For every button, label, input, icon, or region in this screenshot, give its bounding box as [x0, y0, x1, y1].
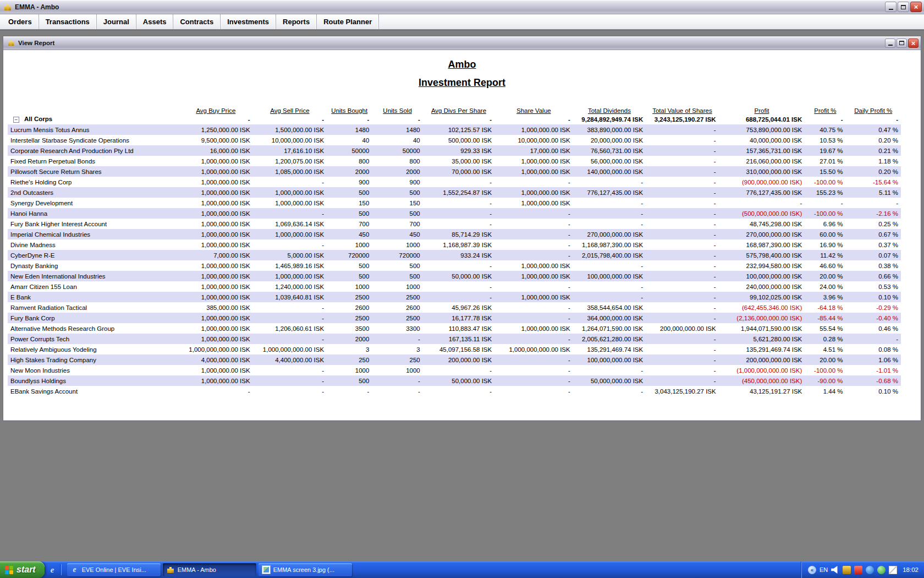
cell-value: -	[253, 365, 327, 375]
menu-item-journal[interactable]: Journal	[97, 14, 136, 29]
cell-value: -	[573, 292, 646, 302]
column-header-share-value[interactable]: Share Value	[494, 103, 573, 114]
cell-value: 2,015,798,400.00 ISK	[573, 250, 646, 260]
mail-icon[interactable]	[889, 566, 897, 574]
report-close-button[interactable]: ×	[908, 39, 919, 48]
cell-value: 0.10 %	[846, 292, 901, 302]
cell-value: -	[646, 229, 718, 239]
cell-value: 1,000,000.00 ISK	[179, 271, 252, 281]
cell-value: 168,987,390.00 ISK	[719, 239, 805, 250]
cell-value: -	[646, 208, 718, 219]
menu-item-orders[interactable]: Orders	[2, 14, 39, 29]
cell-value: -	[646, 166, 718, 177]
cell-value: 167,135.11 ISK	[423, 334, 494, 344]
cell-value: -	[494, 177, 573, 187]
cell-value: 40	[327, 135, 372, 145]
update-icon[interactable]	[866, 566, 874, 574]
emma-tray-icon[interactable]	[843, 566, 851, 574]
cell-value: -	[646, 187, 718, 198]
minimize-button[interactable]	[885, 2, 897, 12]
column-header-avg-divs-per-share[interactable]: Avg Divs Per Share	[423, 103, 494, 114]
language-indicator[interactable]: EN	[820, 566, 828, 573]
image-icon	[262, 565, 271, 574]
cell-value: 0.07 %	[846, 250, 901, 260]
cell-value: 2000	[327, 334, 372, 344]
task-button-emma-ambo[interactable]: EMMA - Ambo	[163, 563, 256, 576]
corp-name: −All Corps	[8, 114, 179, 124]
cell-value: -	[719, 198, 805, 208]
cell-value: 55.54 %	[805, 323, 845, 334]
cell-value: 500	[327, 375, 372, 386]
menu-item-reports[interactable]: Reports	[276, 14, 317, 29]
close-button[interactable]: ×	[910, 2, 922, 12]
table-row: Amarr Citizen 155 Loan1,000,000.00 ISK1,…	[8, 281, 901, 292]
cell-value: 4,000,000.00 ISK	[179, 355, 252, 365]
emma-app-icon	[3, 3, 12, 12]
cell-value: 43,125,191.27 ISK	[719, 386, 805, 396]
column-header-total-dividends[interactable]: Total Dividends	[573, 103, 646, 114]
column-header-avg-sell-price[interactable]: Avg Sell Price	[253, 103, 327, 114]
menu-item-contracts[interactable]: Contracts	[173, 14, 221, 29]
column-header-profit[interactable]: Profit	[719, 103, 805, 114]
cell-value: 1,000,000.00 ISK	[179, 292, 252, 302]
menu-item-assets[interactable]: Assets	[136, 14, 174, 29]
task-label: EMMA - Ambo	[178, 566, 216, 573]
table-row: Pillowsoft Secure Return Shares1,000,000…	[8, 166, 901, 177]
cell-value: 500,000.00 ISK	[423, 135, 494, 145]
column-header-total-value-of-shares[interactable]: Total Value of Shares	[646, 103, 718, 114]
cell-value: -85.44 %	[805, 313, 845, 323]
cell-value: -90.00 %	[805, 375, 845, 386]
maximize-button[interactable]	[898, 2, 909, 12]
menu-item-investments[interactable]: Investments	[221, 14, 276, 29]
hidden-icons-chevron[interactable]: «	[808, 566, 816, 574]
table-row: Hanoi Hanna1,000,000.00 ISK-500500----(5…	[8, 208, 901, 219]
cell-value: 1,465,989.16 ISK	[253, 260, 327, 271]
start-button[interactable]: start	[0, 561, 45, 578]
cell-value: 364,000,000.00 ISK	[573, 313, 646, 323]
column-header-units-sold[interactable]: Units Sold	[372, 103, 422, 114]
column-header-units-bought[interactable]: Units Bought	[327, 103, 372, 114]
cell-value: 56,000,000.00 ISK	[573, 156, 646, 166]
cell-value: -100.00 %	[805, 365, 845, 375]
corp-name: Boundlyss Holdings	[8, 375, 179, 386]
alert-icon[interactable]	[854, 566, 862, 574]
collapse-minus-icon[interactable]: −	[13, 117, 19, 123]
mdi-background: View Report × Ambo Investment Report	[0, 30, 924, 561]
cell-value: 50,000.00 ISK	[423, 375, 494, 386]
menu-item-transactions[interactable]: Transactions	[39, 14, 97, 29]
cell-value: 76,560,731.00 ISK	[573, 145, 646, 156]
cell-value: 1,000,000.00 ISK	[179, 323, 252, 334]
column-header-avg-buy-price[interactable]: Avg Buy Price	[179, 103, 252, 114]
cell-value: 4.51 %	[805, 344, 845, 355]
task-button-eve-online-eve-insi[interactable]: eEVE Online | EVE Insi...	[67, 563, 161, 576]
cell-value: -	[805, 198, 845, 208]
quick-launch-browser-icon[interactable]: e	[48, 565, 57, 575]
cell-value: -	[646, 198, 718, 208]
corp-name: Hanoi Hanna	[8, 208, 179, 219]
column-header-profit[interactable]: Profit %	[805, 103, 845, 114]
cell-value: 7,000.00 ISK	[179, 250, 252, 260]
volume-icon[interactable]	[831, 566, 839, 574]
messenger-icon[interactable]	[877, 566, 886, 574]
cell-value: 1000	[372, 281, 422, 292]
cell-value: -	[646, 124, 718, 135]
cell-value: -	[494, 355, 573, 365]
task-button-emma-screen-3-jpg[interactable]: EMMA screen 3.jpg (...	[258, 563, 352, 576]
menu-item-route-planner[interactable]: Route Planner	[317, 14, 379, 29]
cell-value: 1,000,000.00 ISK	[494, 271, 573, 281]
report-restore-button[interactable]	[897, 39, 907, 48]
report-minimize-button[interactable]	[885, 39, 895, 48]
cell-value: 50000	[372, 145, 422, 156]
cell-value: 0.67 %	[846, 229, 901, 239]
cell-value: 1,500,000.00 ISK	[253, 124, 327, 135]
cell-value: 200,000,000.00 ISK	[719, 355, 805, 365]
cell-value: 1000	[372, 239, 422, 250]
cell-value: 19.67 %	[805, 145, 845, 156]
window-title: EMMA - Ambo	[15, 3, 59, 11]
corp-name: Imperial Chemical Industries	[8, 229, 179, 239]
cell-value: 17,616.10 ISK	[253, 145, 327, 156]
report-title: Ambo	[3, 59, 921, 70]
cell-value: -	[646, 271, 718, 281]
cell-value: -	[253, 334, 327, 344]
column-header-daily-profit[interactable]: Daily Profit %	[846, 103, 901, 114]
